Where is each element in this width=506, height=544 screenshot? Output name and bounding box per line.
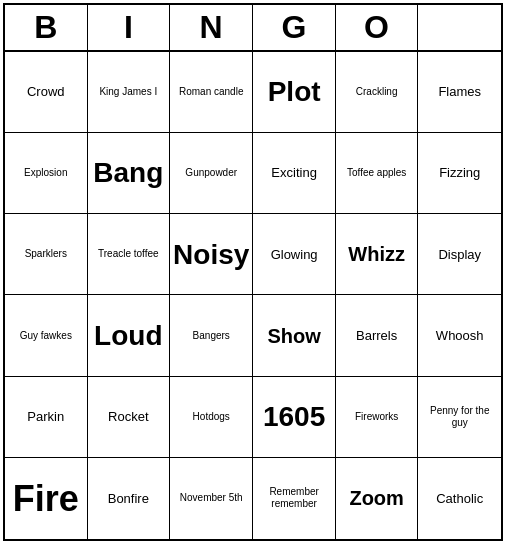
cell-r1-c1: Bang [88, 133, 171, 214]
bingo-card: BINGO CrowdKing James IRoman candlePlotC… [3, 3, 503, 541]
cell-r4-c4: Fireworks [336, 377, 419, 458]
cell-r2-c3: Glowing [253, 214, 336, 295]
header-letter-4: O [336, 5, 419, 50]
cell-r2-c4: Whizz [336, 214, 419, 295]
cell-r5-c3: Remember remember [253, 458, 336, 539]
cell-r1-c4: Toffee apples [336, 133, 419, 214]
cell-r0-c3: Plot [253, 52, 336, 133]
cell-r0-c4: Crackling [336, 52, 419, 133]
cell-r4-c5: Penny for the guy [418, 377, 501, 458]
cell-r5-c1: Bonfire [88, 458, 171, 539]
cell-r2-c1: Treacle toffee [88, 214, 171, 295]
cell-r0-c0: Crowd [5, 52, 88, 133]
cell-r5-c0: Fire [5, 458, 88, 539]
cell-r2-c2: Noisy [170, 214, 253, 295]
cell-r0-c5: Flames [418, 52, 501, 133]
header-letter-5 [418, 5, 501, 50]
cell-r5-c2: November 5th [170, 458, 253, 539]
cell-r3-c0: Guy fawkes [5, 295, 88, 376]
bingo-grid: CrowdKing James IRoman candlePlotCrackli… [5, 52, 501, 539]
cell-r3-c3: Show [253, 295, 336, 376]
cell-r5-c4: Zoom [336, 458, 419, 539]
cell-r3-c4: Barrels [336, 295, 419, 376]
header-letter-0: B [5, 5, 88, 50]
cell-r0-c2: Roman candle [170, 52, 253, 133]
cell-r1-c0: Explosion [5, 133, 88, 214]
cell-r2-c5: Display [418, 214, 501, 295]
cell-r4-c3: 1605 [253, 377, 336, 458]
header-letter-2: N [170, 5, 253, 50]
cell-r5-c5: Catholic [418, 458, 501, 539]
cell-r4-c2: Hotdogs [170, 377, 253, 458]
cell-r3-c2: Bangers [170, 295, 253, 376]
cell-r0-c1: King James I [88, 52, 171, 133]
header-letter-3: G [253, 5, 336, 50]
bingo-header: BINGO [5, 5, 501, 52]
cell-r2-c0: Sparklers [5, 214, 88, 295]
header-letter-1: I [88, 5, 171, 50]
cell-r1-c3: Exciting [253, 133, 336, 214]
cell-r4-c1: Rocket [88, 377, 171, 458]
cell-r1-c5: Fizzing [418, 133, 501, 214]
cell-r3-c5: Whoosh [418, 295, 501, 376]
cell-r1-c2: Gunpowder [170, 133, 253, 214]
cell-r4-c0: Parkin [5, 377, 88, 458]
cell-r3-c1: Loud [88, 295, 171, 376]
